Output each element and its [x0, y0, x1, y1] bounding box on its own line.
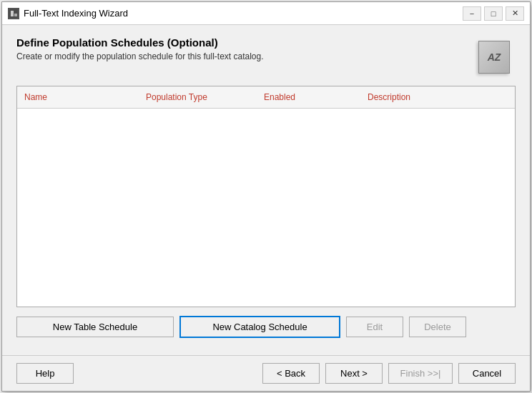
col-header-enabled: Enabled: [257, 89, 360, 105]
schedules-table: Name Population Type Enabled Description: [16, 86, 516, 307]
app-icon: [8, 8, 19, 19]
table-header-row: Name Population Type Enabled Description: [17, 86, 515, 109]
svg-rect-1: [11, 11, 14, 16]
help-button[interactable]: Help: [16, 363, 74, 384]
window-title: Full-Text Indexing Wizard: [24, 8, 463, 19]
footer-right: < Back Next > Finish >>| Cancel: [74, 363, 516, 384]
footer-left: Help: [16, 363, 74, 384]
col-header-poptype: Population Type: [139, 89, 257, 105]
wizard-footer: Help < Back Next > Finish >>| Cancel: [2, 355, 530, 391]
main-content: Define Population Schedules (Optional) C…: [2, 25, 530, 355]
next-button[interactable]: Next >: [325, 363, 383, 384]
az-book-icon: AZ: [476, 38, 513, 75]
title-bar-controls: − □ ✕: [463, 6, 524, 21]
title-bar: Full-Text Indexing Wizard − □ ✕: [2, 2, 530, 25]
col-header-name: Name: [17, 89, 139, 105]
cancel-button[interactable]: Cancel: [458, 363, 516, 384]
header-section: Define Population Schedules (Optional) C…: [16, 36, 516, 76]
back-button[interactable]: < Back: [262, 363, 320, 384]
finish-button[interactable]: Finish >>|: [388, 363, 453, 384]
new-table-schedule-button[interactable]: New Table Schedule: [16, 317, 174, 337]
az-book-graphic: AZ: [478, 41, 510, 74]
schedule-action-buttons: New Table Schedule New Catalog Schedule …: [16, 316, 516, 338]
page-title: Define Population Schedules (Optional): [16, 36, 466, 49]
header-icon: AZ: [473, 36, 516, 76]
edit-button[interactable]: Edit: [346, 317, 403, 337]
page-subtitle: Create or modify the population schedule…: [16, 51, 466, 61]
new-catalog-schedule-button[interactable]: New Catalog Schedule: [179, 316, 340, 338]
minimize-button[interactable]: −: [463, 6, 481, 21]
wizard-window: Full-Text Indexing Wizard − □ ✕ Define P…: [1, 1, 531, 392]
col-header-description: Description: [360, 89, 515, 105]
az-label: AZ: [488, 51, 501, 63]
svg-rect-2: [14, 14, 17, 16]
table-body: [17, 109, 515, 307]
header-text: Define Population Schedules (Optional) C…: [16, 36, 466, 61]
maximize-button[interactable]: □: [484, 6, 503, 21]
delete-button[interactable]: Delete: [409, 317, 466, 337]
close-button[interactable]: ✕: [506, 6, 524, 21]
